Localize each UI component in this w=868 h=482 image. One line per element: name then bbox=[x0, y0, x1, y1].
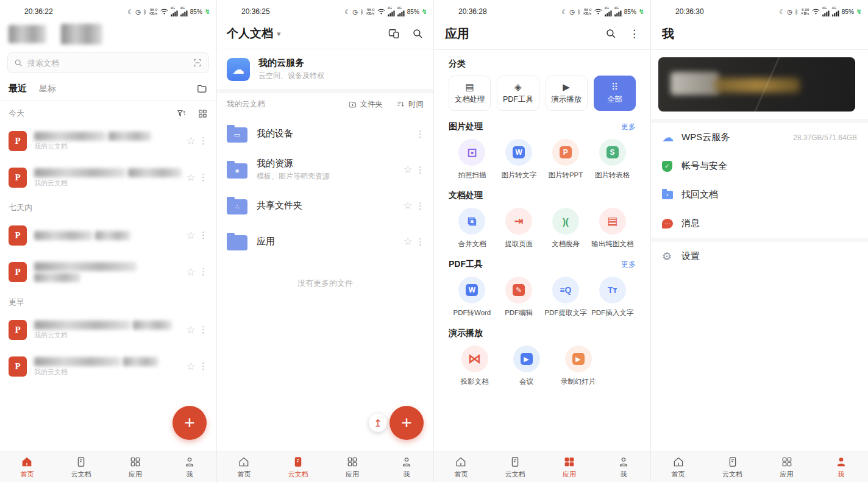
more-icon[interactable]: ⋮ bbox=[415, 200, 426, 211]
folder-row[interactable]: ▭ 我的设备 ☆ ⋮ bbox=[217, 116, 433, 152]
tab-starred[interactable]: 星标 bbox=[39, 83, 56, 94]
nav-clouddocs[interactable]: 云文档 bbox=[705, 452, 760, 482]
nav-me[interactable]: 我 bbox=[162, 452, 216, 482]
app-item[interactable]: ▶ 会议 bbox=[500, 346, 552, 386]
more-icon[interactable]: ⋮ bbox=[415, 129, 426, 140]
new-document-fab[interactable]: + bbox=[390, 406, 424, 440]
nav-home[interactable]: 首页 bbox=[0, 452, 54, 482]
nav-me[interactable]: 我 bbox=[379, 452, 433, 482]
folder-title: 我的设备 bbox=[257, 128, 400, 140]
folder-row[interactable]: ∴ 共享文件夹 ☆ ⋮ bbox=[217, 188, 433, 224]
nav-clouddocs[interactable]: 云文档 bbox=[54, 452, 108, 482]
scan-icon[interactable] bbox=[193, 58, 202, 68]
star-icon[interactable]: ☆ bbox=[183, 229, 198, 242]
nav-clouddocs[interactable]: 云文档 bbox=[488, 452, 542, 482]
app-item[interactable]: W PDF转Word bbox=[449, 277, 496, 317]
nav-apps[interactable]: 应用 bbox=[108, 452, 163, 482]
more-link[interactable]: 更多 bbox=[621, 122, 636, 132]
search-bar[interactable] bbox=[7, 52, 209, 73]
more-icon[interactable]: ⋮ bbox=[198, 172, 209, 183]
page-title[interactable]: 个人文档 bbox=[227, 26, 273, 41]
category-doc-tools[interactable]: ▤ 文档处理 bbox=[449, 76, 491, 111]
grid-dots-icon: ⠿ bbox=[611, 82, 618, 91]
redacted-filename bbox=[34, 261, 137, 282]
file-row[interactable]: P 我的云文档 ☆ ⋮ bbox=[0, 311, 216, 348]
more-icon[interactable]: ⋮ bbox=[198, 324, 209, 335]
nav-clouddocs[interactable]: 云文档 bbox=[271, 452, 326, 482]
app-item[interactable]: ✎ PDF编辑 bbox=[496, 277, 542, 317]
category-presentation[interactable]: ▶ 演示播放 bbox=[546, 76, 588, 111]
network-speed: 56.0KB/s bbox=[583, 8, 592, 16]
star-icon[interactable]: ☆ bbox=[183, 135, 198, 147]
category-pdf-tools[interactable]: ◈ PDF工具 bbox=[497, 76, 539, 111]
bottom-nav: 首页 云文档 应用 我 bbox=[217, 452, 433, 482]
file-row[interactable]: P 我的云文档 ☆ ⋮ bbox=[0, 122, 216, 159]
new-document-fab[interactable]: + bbox=[173, 406, 207, 440]
app-item[interactable]: P 图片转PPT bbox=[542, 139, 589, 180]
star-icon[interactable]: ☆ bbox=[400, 235, 415, 248]
search-input[interactable] bbox=[27, 58, 188, 68]
file-row[interactable]: P ☆ ⋮ bbox=[0, 253, 216, 290]
grid-view-icon[interactable] bbox=[197, 108, 208, 119]
menu-item-cloud[interactable]: ☁ WPS云服务 28.37GB/571.64GB bbox=[651, 123, 868, 152]
app-item[interactable]: ⧉ 合并文档 bbox=[449, 208, 496, 249]
app-item[interactable]: Tт PDF插入文字 bbox=[589, 277, 636, 317]
folder-browse-icon[interactable] bbox=[196, 83, 208, 94]
profile-banner[interactable] bbox=[658, 57, 855, 112]
star-icon[interactable]: ☆ bbox=[183, 171, 198, 184]
nav-apps[interactable]: 应用 bbox=[760, 452, 814, 482]
more-icon[interactable]: ⋮ bbox=[198, 230, 209, 241]
folder-row[interactable]: 应用 ☆ ⋮ bbox=[217, 224, 433, 260]
clock: 20:36:22 bbox=[24, 7, 53, 16]
star-icon[interactable]: ☆ bbox=[183, 360, 198, 373]
signal-icon: 4G bbox=[388, 7, 395, 16]
new-folder-button[interactable]: 文件夹 bbox=[348, 99, 383, 110]
menu-item-recover-docs[interactable]: ▪ 找回文档 bbox=[651, 180, 868, 209]
app-item[interactable]: W 图片转文字 bbox=[496, 139, 542, 180]
star-icon[interactable]: ☆ bbox=[183, 324, 198, 336]
extract-pages-icon: ⇥ bbox=[505, 208, 532, 235]
app-item[interactable]: ⋈ 投影文档 bbox=[449, 346, 500, 386]
app-item[interactable]: ⇥ 提取页面 bbox=[496, 208, 542, 249]
app-item[interactable]: )( 文档瘦身 bbox=[542, 208, 589, 249]
category-all[interactable]: ⠿ 全部 bbox=[594, 76, 636, 111]
file-row[interactable]: P 我的云文档 ☆ ⋮ bbox=[0, 348, 216, 385]
more-icon[interactable]: ⋮ bbox=[198, 135, 209, 146]
search-icon[interactable] bbox=[605, 28, 617, 40]
more-link[interactable]: 更多 bbox=[621, 260, 636, 270]
menu-item-settings[interactable]: ⚙ 设置 bbox=[651, 242, 868, 271]
app-item[interactable]: ▶ 录制幻灯片 bbox=[552, 346, 604, 386]
upload-button[interactable]: ↥ bbox=[369, 414, 387, 432]
app-item[interactable]: ⊡ 拍照扫描 bbox=[449, 139, 496, 180]
file-row[interactable]: P ☆ ⋮ bbox=[0, 217, 216, 253]
section-label: 今天 bbox=[9, 108, 24, 119]
app-item[interactable]: ≡Q PDF提取文字 bbox=[542, 277, 589, 317]
app-item[interactable]: ▤ 输出纯图文档 bbox=[589, 208, 636, 249]
cloud-service-card[interactable]: ☁ 我的云服务 云空间、设备及特权 bbox=[217, 49, 433, 89]
sort-by-time-button[interactable]: 时间 bbox=[396, 99, 424, 110]
nav-apps[interactable]: 应用 bbox=[326, 452, 380, 482]
file-row[interactable]: P 我的云文档 ☆ ⋮ bbox=[0, 159, 216, 196]
app-item[interactable]: S 图片转表格 bbox=[589, 139, 636, 180]
more-icon[interactable]: ⋮ bbox=[198, 266, 209, 277]
menu-item-security[interactable]: ✓ 帐号与安全 bbox=[651, 152, 868, 180]
menu-icon[interactable]: ⋮ bbox=[629, 27, 639, 40]
search-icon[interactable] bbox=[412, 28, 424, 40]
devices-icon[interactable] bbox=[388, 27, 400, 40]
star-icon[interactable]: ☆ bbox=[183, 266, 198, 278]
star-icon[interactable]: ☆ bbox=[400, 163, 415, 176]
star-icon[interactable]: ☆ bbox=[400, 199, 415, 212]
more-icon[interactable]: ⋮ bbox=[415, 165, 426, 175]
nav-me[interactable]: 我 bbox=[596, 452, 650, 482]
nav-apps[interactable]: 应用 bbox=[542, 452, 597, 482]
nav-home[interactable]: 首页 bbox=[651, 452, 705, 482]
filter-icon[interactable] bbox=[176, 108, 187, 119]
nav-home[interactable]: 首页 bbox=[434, 452, 488, 482]
more-icon[interactable]: ⋮ bbox=[415, 236, 426, 247]
more-icon[interactable]: ⋮ bbox=[198, 361, 209, 372]
tab-recent[interactable]: 最近 bbox=[9, 83, 27, 94]
menu-item-messages[interactable]: ⋯ 消息 bbox=[651, 209, 868, 238]
folder-row[interactable]: ∗ 我的资源 模板、图片等稻壳资源 ☆ ⋮ bbox=[217, 152, 433, 188]
nav-home[interactable]: 首页 bbox=[217, 452, 271, 482]
nav-me[interactable]: 我 bbox=[814, 452, 868, 482]
